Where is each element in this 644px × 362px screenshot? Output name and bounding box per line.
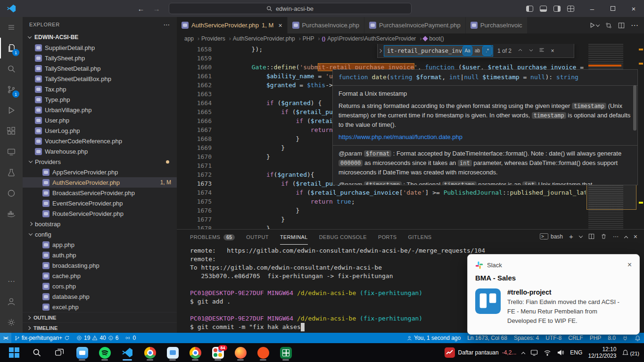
- explorer-item[interactable]: TallySheetDetailBox.php: [23, 74, 177, 84]
- explorer-item[interactable]: database.php: [23, 291, 177, 302]
- breadcrumb-item[interactable]: boot() ›: [423, 35, 444, 42]
- explorer-item[interactable]: TallySheetDetail.php: [23, 63, 177, 74]
- outline-section[interactable]: OUTLINE: [23, 312, 177, 322]
- chrome-app-2[interactable]: [187, 344, 204, 361]
- volume-icon[interactable]: [557, 349, 564, 356]
- overview-ruler[interactable]: [637, 44, 644, 229]
- toggle-panel-icon[interactable]: [540, 6, 547, 12]
- explorer-item[interactable]: Type.php: [23, 94, 177, 105]
- explorer-item[interactable]: app.php: [23, 239, 177, 250]
- split-terminal-icon[interactable]: [588, 233, 594, 239]
- ports-status[interactable]: 0: [122, 333, 139, 343]
- match-case-toggle[interactable]: Aa: [463, 46, 472, 55]
- explorer-item[interactable]: Warehouse.php: [23, 146, 177, 156]
- more-actions-icon[interactable]: ⋯: [631, 21, 638, 30]
- toggle-replace-icon[interactable]: [378, 49, 382, 52]
- explorer-item[interactable]: cors.php: [23, 281, 177, 291]
- taskbar-search-button[interactable]: [28, 344, 45, 361]
- start-button[interactable]: [6, 344, 23, 361]
- stocks-widget[interactable]: Daftar pantauan -4,2...: [445, 347, 517, 358]
- new-terminal-icon[interactable]: +: [569, 232, 573, 240]
- spotify-app[interactable]: [96, 344, 113, 361]
- terminal-shell-selector[interactable]: >_ bash: [540, 233, 563, 240]
- slack-notification[interactable]: Slack × BMA - Sales #trello-project Trel…: [467, 254, 640, 335]
- maximize-panel-icon[interactable]: [624, 236, 628, 239]
- close-button[interactable]: ×: [623, 0, 644, 17]
- chrome-app[interactable]: [141, 344, 158, 361]
- app-orange[interactable]: [255, 344, 272, 361]
- breadcrumb-item[interactable]: Providers ›: [201, 35, 233, 42]
- whole-word-toggle[interactable]: ab: [473, 46, 482, 55]
- remote-indicator[interactable]: ><: [0, 333, 11, 343]
- find-input[interactable]: it-retail_purchase_invoice Aa ab .*: [384, 45, 493, 57]
- next-match-button[interactable]: [527, 48, 535, 54]
- firefox-app[interactable]: [232, 344, 249, 361]
- forward-icon[interactable]: →: [153, 5, 160, 13]
- notification-app[interactable]: 84: [209, 344, 226, 361]
- split-editor-icon[interactable]: [618, 22, 625, 29]
- close-toast-icon[interactable]: ×: [627, 261, 632, 269]
- explorer-item[interactable]: excel.php: [23, 302, 177, 312]
- excel-app[interactable]: [277, 344, 294, 361]
- breadcrumb-item[interactable]: PHP ›: [303, 35, 322, 42]
- close-find-icon[interactable]: ×: [548, 48, 557, 54]
- find-in-selection-button[interactable]: [537, 47, 546, 54]
- explorer-item[interactable]: UserLog.php: [23, 125, 177, 136]
- toggle-secondary-sidebar-icon[interactable]: [553, 6, 561, 12]
- panel-tab[interactable]: TERMINAL: [280, 230, 308, 245]
- language-indicator[interactable]: ENG: [570, 349, 582, 356]
- explorer-item[interactable]: auth.php: [23, 250, 177, 260]
- explorer-item[interactable]: SupplierDetail.php: [23, 42, 177, 53]
- explorer-item[interactable]: VoucherCodeReference.php: [23, 136, 177, 146]
- sidebar-item-remote-explorer[interactable]: [0, 141, 23, 162]
- previous-match-button[interactable]: [516, 48, 524, 54]
- minimize-button[interactable]: –: [582, 0, 603, 17]
- sidebar-item-testing[interactable]: [0, 162, 23, 183]
- code-editor[interactable]: 1658 }); 1659 1660 Gate::define('submit: [177, 44, 644, 229]
- workspace-root-folder[interactable]: EDWIN-ACSI-BE: [23, 32, 177, 42]
- explorer-item[interactable]: UrbanVillage.php: [23, 105, 177, 115]
- more-views-button[interactable]: ⋯: [0, 271, 23, 291]
- gitlens-blame[interactable]: You, 1 second ago: [404, 333, 464, 343]
- monitor-icon[interactable]: [530, 349, 538, 356]
- menu-button[interactable]: [0, 17, 23, 38]
- explorer-item[interactable]: cache.php: [23, 271, 177, 281]
- panel-tab[interactable]: PORTS: [378, 230, 397, 245]
- editor-tab[interactable]: AuthServiceProvider.php 1, M ×: [177, 17, 288, 33]
- taskbar-clock[interactable]: 12:10 12/12/2023: [588, 346, 616, 359]
- explorer-item[interactable]: AppServiceProvider.php: [23, 167, 177, 177]
- sidebar-item-explorer[interactable]: 1: [0, 38, 23, 58]
- notification-center[interactable]: (21): [622, 349, 639, 356]
- explorer-item[interactable]: User.php: [23, 115, 177, 125]
- explorer-item[interactable]: AuthServiceProvider.php 1, M: [23, 177, 177, 188]
- chevron-down-icon[interactable]: [579, 234, 583, 238]
- settings-button[interactable]: [0, 312, 23, 333]
- tooltip-scrollbar[interactable]: [633, 85, 636, 131]
- explorer-item[interactable]: TallySheet.php: [23, 53, 177, 63]
- panel-tab[interactable]: GITLENS: [408, 230, 432, 245]
- wifi-icon[interactable]: [544, 349, 551, 356]
- explorer-item[interactable]: bootstrap: [23, 219, 177, 229]
- file-explorer-app[interactable]: [74, 344, 91, 361]
- more-actions-icon[interactable]: ⋯: [613, 233, 619, 240]
- run-php-button[interactable]: [589, 22, 599, 28]
- breadcrumb-item[interactable]: {} App\Providers\AuthServiceProvider ›: [322, 35, 423, 42]
- command-center-search[interactable]: edwin-acsi-be: [169, 3, 412, 14]
- sidebar-item-run-debug[interactable]: [0, 100, 23, 121]
- editor-tab[interactable]: PurchaseInvoicePayment.php: [364, 17, 466, 33]
- toggle-sidebar-icon[interactable]: [526, 6, 533, 12]
- panel-tab[interactable]: DEBUG CONSOLE: [319, 230, 367, 245]
- sidebar-item-gitlens[interactable]: [0, 183, 23, 204]
- breadcrumb-item[interactable]: app ›: [184, 35, 201, 42]
- task-view-button[interactable]: [51, 344, 68, 361]
- explorer-item[interactable]: RouteServiceProvider.php: [23, 208, 177, 219]
- sidebar-item-docker[interactable]: [0, 204, 23, 224]
- maximize-button[interactable]: [603, 0, 623, 17]
- back-icon[interactable]: ←: [138, 5, 145, 13]
- compare-changes-icon[interactable]: [605, 22, 612, 29]
- explorer-item[interactable]: BroadcastServiceProvider.php: [23, 188, 177, 198]
- regex-toggle[interactable]: .*: [483, 46, 492, 55]
- explorer-item[interactable]: EventServiceProvider.php: [23, 198, 177, 208]
- panel-tab[interactable]: OUTPUT: [246, 230, 269, 245]
- kill-terminal-icon[interactable]: [601, 233, 607, 239]
